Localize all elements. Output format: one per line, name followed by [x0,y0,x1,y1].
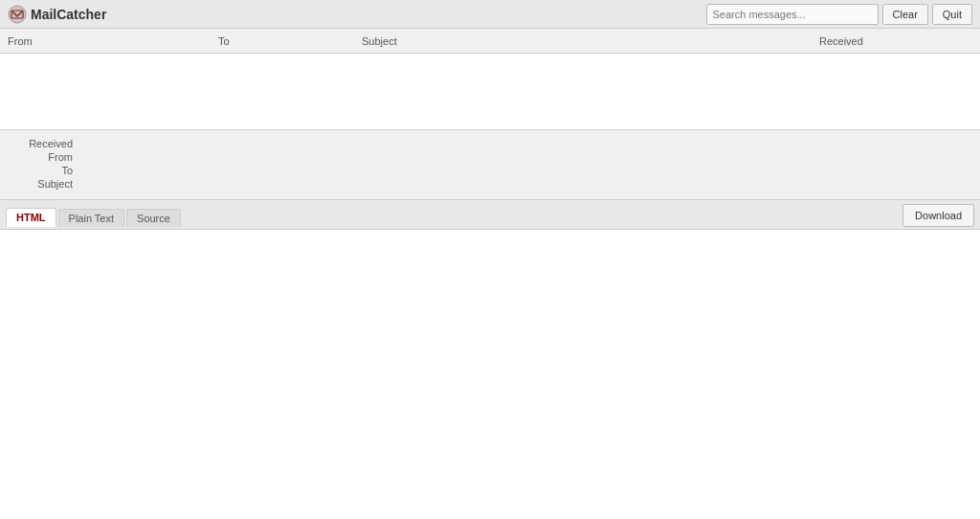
detail-received-row: Received [15,138,965,149]
column-to: To [218,35,362,47]
received-label: Received [15,138,73,149]
subject-label: Subject [15,178,73,190]
tabs-bar: HTML Plain Text Source Download [0,200,980,230]
tab-plain-text[interactable]: Plain Text [58,209,125,227]
from-label: From [15,151,73,163]
logo-area: MailCatcher [8,5,706,24]
message-list-header: From To Subject Received [0,29,980,54]
download-button[interactable]: Download [902,204,974,227]
column-subject: Subject [362,35,819,47]
app-header: MailCatcher Clear Quit [0,0,980,29]
content-area [0,230,980,517]
quit-button[interactable]: Quit [932,4,972,25]
column-received: Received [819,35,972,47]
app-title: MailCatcher [31,7,106,22]
search-input[interactable] [706,4,879,25]
detail-to-row: To [15,165,965,176]
detail-panel: Received From To Subject [0,130,980,200]
header-controls: Clear Quit [706,4,972,25]
tab-source[interactable]: Source [126,209,181,227]
detail-subject-row: Subject [15,178,965,190]
tab-html[interactable]: HTML [6,208,56,227]
tabs-left: HTML Plain Text Source [6,208,902,226]
message-list [0,54,980,130]
column-from: From [8,35,218,47]
mail-icon [8,5,27,24]
clear-button[interactable]: Clear [882,4,928,25]
to-label: To [15,165,73,176]
detail-from-row: From [15,151,965,163]
